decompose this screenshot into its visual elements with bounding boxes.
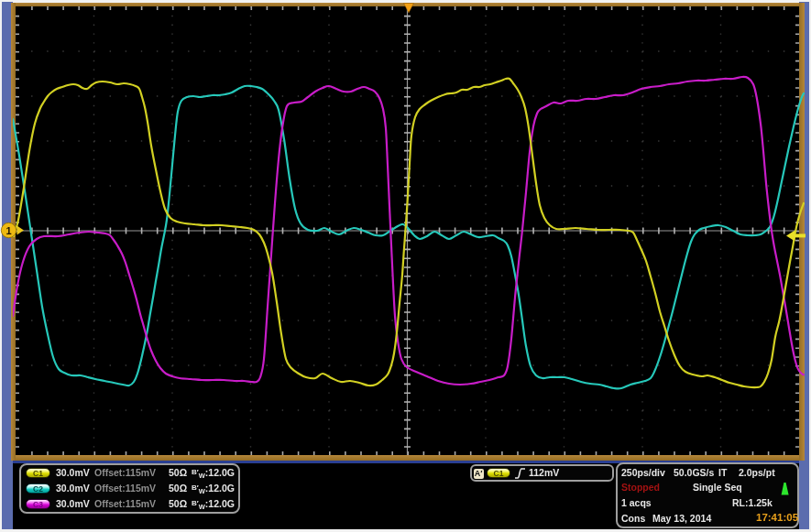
svg-text:1: 1 xyxy=(5,225,11,236)
